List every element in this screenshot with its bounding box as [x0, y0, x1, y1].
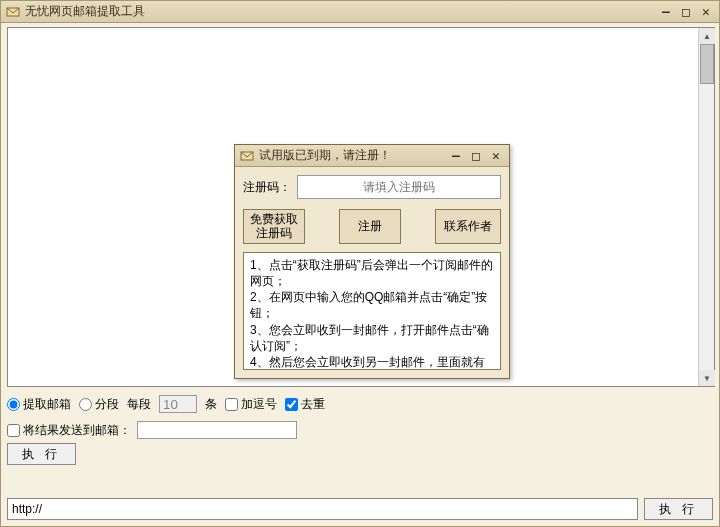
scroll-thumb[interactable] — [700, 44, 714, 84]
register-dialog: 试用版已到期，请注册！ — □ ✕ 注册码： 免费获取 注册码 注册 联系作者 … — [234, 144, 510, 379]
scroll-up-arrow[interactable]: ▲ — [699, 28, 715, 44]
register-code-input[interactable] — [297, 175, 501, 199]
url-row: 执 行 — [7, 498, 713, 520]
vertical-scrollbar[interactable]: ▲ ▼ — [698, 28, 714, 386]
send-to-email-label: 将结果发送到邮箱： — [23, 422, 131, 439]
contact-author-button[interactable]: 联系作者 — [435, 209, 501, 244]
dialog-window-controls: — □ ✕ — [447, 148, 505, 164]
send-to-email-checkbox-input[interactable] — [7, 424, 20, 437]
close-button[interactable]: ✕ — [697, 4, 715, 20]
segment-label: 分段 — [95, 396, 119, 413]
segment-radio-input[interactable] — [79, 398, 92, 411]
dialog-minimize-button[interactable]: — — [447, 148, 465, 164]
dedupe-label: 去重 — [301, 396, 325, 413]
execute-row: 执 行 — [7, 443, 76, 465]
instructions-text: 1、点击“获取注册码”后会弹出一个订阅邮件的网页； 2、在网页中输入您的QQ邮箱… — [243, 252, 501, 370]
dedupe-checkbox[interactable]: 去重 — [285, 396, 325, 413]
dialog-maximize-button[interactable]: □ — [467, 148, 485, 164]
send-to-email-checkbox[interactable]: 将结果发送到邮箱： — [7, 422, 131, 439]
extract-email-radio[interactable]: 提取邮箱 — [7, 396, 71, 413]
execute-button[interactable]: 执 行 — [7, 443, 76, 465]
url-execute-button[interactable]: 执 行 — [644, 498, 713, 520]
register-code-label: 注册码： — [243, 179, 291, 196]
dedupe-checkbox-input[interactable] — [285, 398, 298, 411]
app-icon — [5, 4, 21, 20]
options-row-2: 将结果发送到邮箱： — [7, 419, 297, 441]
add-comma-checkbox-input[interactable] — [225, 398, 238, 411]
segment-count-input — [159, 395, 197, 413]
per-segment-label: 每段 — [127, 396, 151, 413]
minimize-button[interactable]: — — [657, 4, 675, 20]
main-title: 无忧网页邮箱提取工具 — [25, 3, 657, 20]
maximize-button[interactable]: □ — [677, 4, 695, 20]
add-comma-checkbox[interactable]: 加逗号 — [225, 396, 277, 413]
add-comma-label: 加逗号 — [241, 396, 277, 413]
extract-email-label: 提取邮箱 — [23, 396, 71, 413]
dialog-button-row: 免费获取 注册码 注册 联系作者 — [243, 209, 501, 244]
main-title-bar: 无忧网页邮箱提取工具 — □ ✕ — [1, 1, 719, 23]
extract-email-radio-input[interactable] — [7, 398, 20, 411]
get-free-code-button[interactable]: 免费获取 注册码 — [243, 209, 305, 244]
dialog-icon — [239, 148, 255, 164]
send-to-email-input[interactable] — [137, 421, 297, 439]
register-button[interactable]: 注册 — [339, 209, 401, 244]
dialog-body: 注册码： 免费获取 注册码 注册 联系作者 1、点击“获取注册码”后会弹出一个订… — [235, 167, 509, 378]
dialog-title: 试用版已到期，请注册！ — [259, 147, 447, 164]
main-window-controls: — □ ✕ — [657, 4, 715, 20]
scroll-down-arrow[interactable]: ▼ — [699, 370, 715, 386]
url-input[interactable] — [7, 498, 638, 520]
segment-radio[interactable]: 分段 — [79, 396, 119, 413]
register-code-row: 注册码： — [243, 175, 501, 199]
dialog-close-button[interactable]: ✕ — [487, 148, 505, 164]
dialog-title-bar: 试用版已到期，请注册！ — □ ✕ — [235, 145, 509, 167]
options-row-1: 提取邮箱 分段 每段 条 加逗号 去重 — [7, 393, 325, 415]
count-unit-label: 条 — [205, 396, 217, 413]
